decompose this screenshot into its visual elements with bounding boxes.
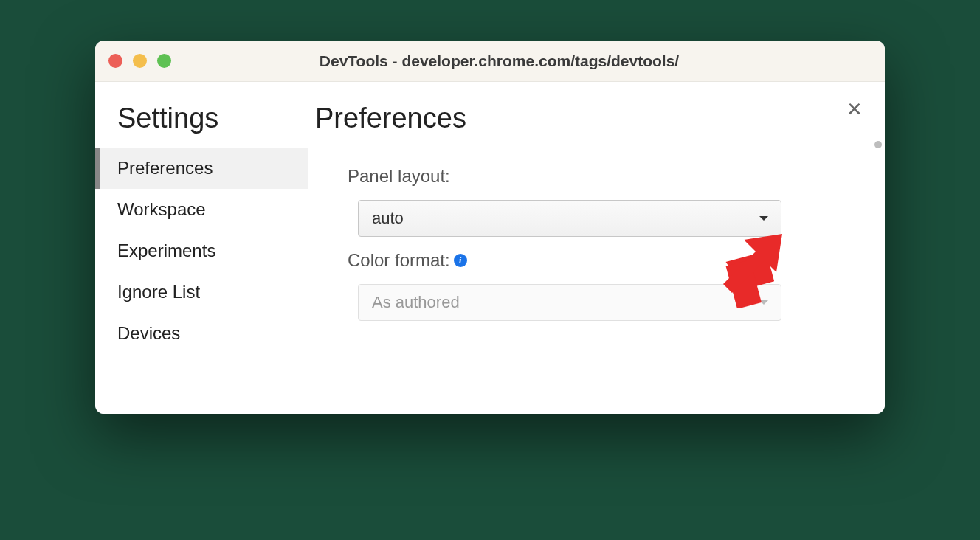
sidebar-item-label: Devices [117, 323, 180, 343]
close-window-button[interactable] [108, 54, 122, 68]
main-heading: Preferences [315, 103, 852, 148]
color-format-select[interactable]: As authored [358, 284, 781, 321]
settings-main-panel: Preferences Panel layout: auto Color for… [308, 82, 885, 414]
settings-content: ✕ Settings Preferences Workspace Experim… [95, 82, 885, 414]
devtools-settings-window: DevTools - developer.chrome.com/tags/dev… [95, 41, 885, 414]
panel-layout-label: Panel layout: [348, 166, 450, 187]
sidebar-item-label: Ignore List [117, 282, 200, 302]
sidebar-item-ignore-list[interactable]: Ignore List [95, 271, 308, 313]
sidebar-item-label: Experiments [117, 240, 215, 260]
sidebar-item-experiments[interactable]: Experiments [95, 230, 308, 271]
chevron-down-icon [759, 215, 769, 221]
sidebar-item-label: Preferences [117, 158, 213, 178]
panel-layout-field: Panel layout: auto [348, 166, 852, 237]
sidebar-item-label: Workspace [117, 199, 206, 219]
sidebar-item-devices[interactable]: Devices [95, 313, 308, 354]
color-format-field: Color format: i As authored [348, 250, 852, 321]
panel-layout-select[interactable]: auto [358, 200, 781, 237]
window-titlebar: DevTools - developer.chrome.com/tags/dev… [95, 41, 885, 82]
color-format-label-text: Color format: [348, 250, 450, 271]
window-title: DevTools - developer.chrome.com/tags/dev… [127, 52, 872, 70]
chevron-down-icon [759, 300, 769, 305]
sidebar-item-workspace[interactable]: Workspace [95, 189, 308, 230]
scrollbar-track[interactable] [873, 141, 883, 414]
info-icon[interactable]: i [454, 254, 467, 267]
heading-divider [315, 148, 852, 148]
panel-layout-value: auto [372, 209, 404, 228]
color-format-label: Color format: i [348, 250, 467, 271]
sidebar-item-preferences[interactable]: Preferences [95, 148, 308, 189]
settings-sidebar: Settings Preferences Workspace Experimen… [95, 82, 308, 414]
color-format-value: As authored [372, 293, 460, 312]
sidebar-heading: Settings [95, 103, 308, 148]
scrollbar-thumb[interactable] [874, 141, 882, 148]
